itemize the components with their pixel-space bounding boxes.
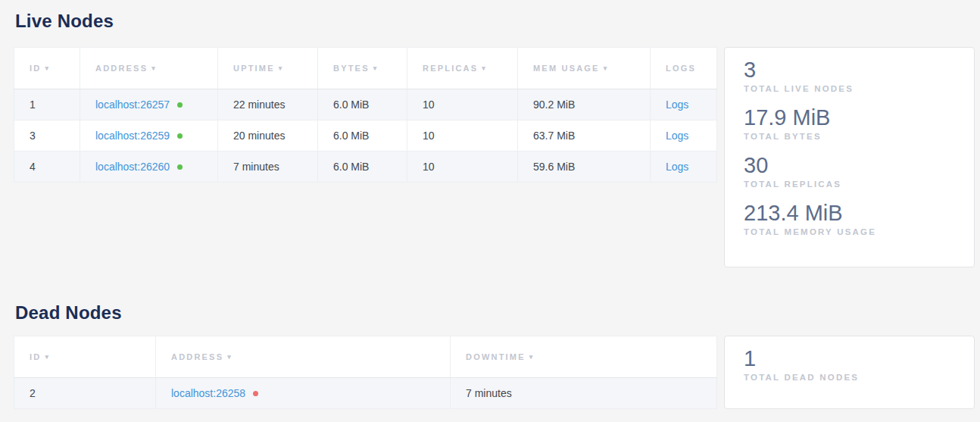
- node-address-link[interactable]: localhost:26258: [171, 387, 245, 399]
- node-logs-link[interactable]: Logs: [666, 98, 688, 111]
- stat-total-dead-nodes: 1 TOTAL DEAD NODES: [744, 345, 955, 383]
- node-id-cell: 1: [14, 89, 80, 120]
- stat-value: 30: [744, 152, 955, 178]
- column-header-address[interactable]: ADDRESS▾: [80, 48, 218, 89]
- stat-label: TOTAL BYTES: [744, 131, 955, 142]
- node-logs-link[interactable]: Logs: [666, 130, 688, 142]
- column-header-id[interactable]: ID▾: [14, 48, 80, 89]
- node-logs-cell: Logs: [651, 89, 717, 120]
- table-row: 4 localhost:26260 7 minutes 6.0 MiB 10 5…: [14, 152, 717, 183]
- column-header-uptime[interactable]: UPTIME▾: [218, 48, 318, 89]
- live-status-icon: [177, 102, 183, 108]
- live-status-icon: [177, 164, 183, 170]
- node-replicas-cell: 10: [407, 152, 518, 183]
- node-downtime-cell: 7 minutes: [451, 378, 717, 409]
- dead-nodes-table: ID▾ ADDRESS▾ DOWNTIME▾ 2 localhost:26258…: [14, 336, 717, 409]
- column-header-logs: LOGS: [651, 48, 717, 89]
- sort-arrow-icon: ▾: [373, 64, 379, 72]
- sort-arrow-icon: ▾: [529, 353, 535, 361]
- dead-status-icon: [253, 391, 258, 396]
- column-header-mem-usage[interactable]: MEM USAGE▾: [518, 48, 651, 89]
- table-row: 2 localhost:26258 7 minutes: [14, 378, 717, 409]
- node-logs-link[interactable]: Logs: [666, 161, 688, 173]
- live-table-header-row: ID▾ ADDRESS▾ UPTIME▾ BYTES▾ REPLICAS▾ ME…: [14, 48, 717, 89]
- live-nodes-summary-panel: 3 TOTAL LIVE NODES 17.9 MiB TOTAL BYTES …: [724, 47, 975, 267]
- stat-total-live-nodes: 3 TOTAL LIVE NODES: [744, 57, 955, 95]
- node-address-cell: localhost:26259: [80, 120, 218, 152]
- node-id-cell: 2: [14, 378, 156, 409]
- stat-total-replicas: 30 TOTAL REPLICAS: [744, 152, 955, 190]
- nodes-overview-page: Live Nodes ID▾ ADDRESS▾ UPTIME▾ BYTES▾ R…: [0, 0, 980, 422]
- table-row: 1 localhost:26257 22 minutes 6.0 MiB 10 …: [14, 89, 717, 120]
- node-address-link[interactable]: localhost:26259: [95, 130, 170, 142]
- node-address-link[interactable]: localhost:26260: [95, 161, 170, 173]
- sort-arrow-icon: ▾: [227, 353, 233, 361]
- stat-label: TOTAL DEAD NODES: [744, 372, 955, 383]
- node-mem-usage-cell: 90.2 MiB: [518, 89, 651, 120]
- live-nodes-section: ID▾ ADDRESS▾ UPTIME▾ BYTES▾ REPLICAS▾ ME…: [14, 47, 980, 267]
- stat-value: 17.9 MiB: [744, 105, 955, 130]
- stat-label: TOTAL REPLICAS: [744, 179, 955, 190]
- table-row: 3 localhost:26259 20 minutes 6.0 MiB 10 …: [14, 120, 717, 152]
- node-mem-usage-cell: 59.6 MiB: [518, 152, 651, 183]
- stat-label: TOTAL MEMORY USAGE: [744, 227, 955, 238]
- node-bytes-cell: 6.0 MiB: [318, 120, 407, 152]
- node-id-cell: 3: [14, 120, 80, 152]
- stat-label: TOTAL LIVE NODES: [744, 83, 955, 95]
- dead-nodes-section: ID▾ ADDRESS▾ DOWNTIME▾ 2 localhost:26258…: [14, 336, 980, 409]
- sort-arrow-icon: ▾: [45, 353, 50, 361]
- node-bytes-cell: 6.0 MiB: [318, 89, 407, 120]
- sort-arrow-icon: ▾: [151, 64, 157, 72]
- live-status-icon: [177, 133, 183, 139]
- node-logs-cell: Logs: [651, 152, 717, 183]
- column-header-replicas[interactable]: REPLICAS▾: [407, 48, 518, 89]
- stat-total-memory-usage: 213.4 MiB TOTAL MEMORY USAGE: [744, 200, 955, 238]
- live-nodes-title: Live Nodes: [15, 0, 980, 33]
- stat-value: 1: [744, 345, 955, 371]
- sort-arrow-icon: ▾: [604, 64, 609, 72]
- column-header-id[interactable]: ID▾: [14, 336, 156, 378]
- dead-table-header-row: ID▾ ADDRESS▾ DOWNTIME▾: [14, 336, 717, 378]
- node-uptime-cell: 7 minutes: [218, 152, 318, 183]
- dead-nodes-summary-panel: 1 TOTAL DEAD NODES: [724, 336, 975, 409]
- column-header-address[interactable]: ADDRESS▾: [156, 336, 451, 378]
- sort-arrow-icon: ▾: [279, 64, 284, 72]
- node-mem-usage-cell: 63.7 MiB: [518, 120, 651, 152]
- node-address-cell: localhost:26258: [156, 378, 451, 409]
- sort-arrow-icon: ▾: [482, 64, 487, 72]
- node-replicas-cell: 10: [407, 89, 518, 120]
- column-header-downtime[interactable]: DOWNTIME▾: [451, 336, 717, 378]
- column-header-bytes[interactable]: BYTES▾: [318, 48, 407, 89]
- node-id-cell: 4: [14, 152, 80, 183]
- dead-nodes-title: Dead Nodes: [15, 302, 980, 324]
- node-replicas-cell: 10: [407, 120, 518, 152]
- node-address-cell: localhost:26260: [80, 152, 218, 183]
- node-address-link[interactable]: localhost:26257: [95, 98, 170, 111]
- stat-value: 3: [744, 57, 955, 83]
- node-bytes-cell: 6.0 MiB: [318, 152, 407, 183]
- stat-total-bytes: 17.9 MiB TOTAL BYTES: [744, 105, 955, 142]
- node-uptime-cell: 20 minutes: [218, 120, 318, 152]
- live-nodes-table: ID▾ ADDRESS▾ UPTIME▾ BYTES▾ REPLICAS▾ ME…: [14, 47, 717, 183]
- node-address-cell: localhost:26257: [80, 89, 218, 120]
- stat-value: 213.4 MiB: [744, 200, 955, 226]
- node-logs-cell: Logs: [651, 120, 717, 152]
- sort-arrow-icon: ▾: [45, 64, 50, 72]
- node-uptime-cell: 22 minutes: [218, 89, 318, 120]
